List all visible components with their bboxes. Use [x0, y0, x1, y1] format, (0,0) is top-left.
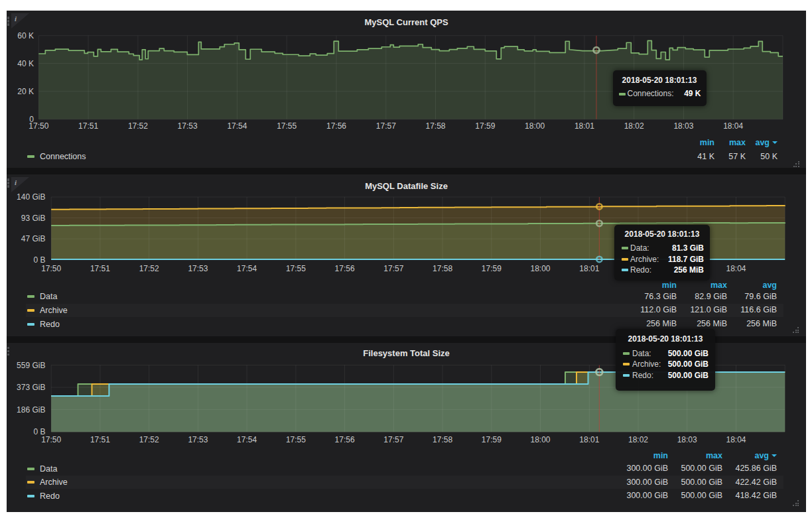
svg-text:17:52: 17:52 — [139, 264, 159, 273]
svg-text:373 GiB: 373 GiB — [17, 383, 45, 392]
svg-text:17:54: 17:54 — [237, 435, 257, 444]
svg-text:17:55: 17:55 — [286, 435, 306, 444]
svg-text:18:02: 18:02 — [624, 121, 644, 131]
svg-text:186 GiB: 186 GiB — [17, 405, 45, 415]
svg-text:17:53: 17:53 — [188, 435, 208, 444]
svg-text:17:57: 17:57 — [383, 264, 403, 273]
svg-text:93 GiB: 93 GiB — [21, 214, 46, 223]
svg-text:17:58: 17:58 — [433, 264, 452, 273]
svg-text:18:01: 18:01 — [575, 121, 594, 131]
svg-text:0 B: 0 B — [33, 255, 45, 265]
svg-text:17:56: 17:56 — [335, 264, 355, 273]
svg-text:17:53: 17:53 — [188, 264, 208, 273]
svg-text:18:04: 18:04 — [726, 264, 746, 273]
svg-text:17:57: 17:57 — [376, 121, 396, 131]
svg-text:17:51: 17:51 — [90, 264, 110, 273]
svg-text:18:01: 18:01 — [579, 435, 599, 444]
svg-text:18:03: 18:03 — [673, 121, 693, 131]
svg-text:17:51: 17:51 — [90, 435, 110, 444]
svg-text:17:56: 17:56 — [335, 435, 355, 444]
svg-text:18:02: 18:02 — [628, 435, 648, 444]
svg-text:17:55: 17:55 — [286, 264, 306, 273]
svg-text:18:04: 18:04 — [723, 121, 743, 131]
svg-text:17:58: 17:58 — [433, 435, 452, 444]
svg-text:140 GiB: 140 GiB — [17, 192, 45, 202]
svg-text:17:57: 17:57 — [383, 435, 403, 444]
svg-text:18:01: 18:01 — [579, 264, 599, 273]
svg-text:17:55: 17:55 — [277, 121, 297, 131]
svg-text:18:00: 18:00 — [525, 121, 545, 131]
svg-text:17:59: 17:59 — [482, 435, 502, 444]
svg-text:17:50: 17:50 — [41, 264, 61, 273]
svg-text:18:03: 18:03 — [677, 435, 697, 444]
svg-text:18:00: 18:00 — [530, 435, 550, 444]
svg-text:17:52: 17:52 — [139, 435, 159, 444]
svg-text:17:52: 17:52 — [128, 121, 148, 131]
svg-text:20 K: 20 K — [17, 87, 34, 96]
svg-text:17:51: 17:51 — [78, 121, 98, 131]
svg-text:17:50: 17:50 — [29, 121, 48, 131]
svg-text:17:50: 17:50 — [41, 435, 61, 444]
svg-text:17:56: 17:56 — [326, 121, 346, 131]
svg-text:40 K: 40 K — [17, 59, 34, 68]
svg-text:17:59: 17:59 — [482, 264, 502, 273]
svg-text:17:53: 17:53 — [178, 121, 198, 131]
svg-text:17:58: 17:58 — [425, 121, 445, 131]
svg-text:17:54: 17:54 — [227, 121, 247, 131]
svg-text:47 GiB: 47 GiB — [21, 234, 46, 243]
svg-text:559 GiB: 559 GiB — [17, 361, 45, 370]
svg-text:60 K: 60 K — [17, 31, 34, 40]
svg-text:17:54: 17:54 — [237, 264, 257, 273]
svg-text:18:04: 18:04 — [726, 435, 746, 444]
svg-text:18:00: 18:00 — [530, 264, 550, 273]
svg-text:17:59: 17:59 — [475, 121, 495, 131]
